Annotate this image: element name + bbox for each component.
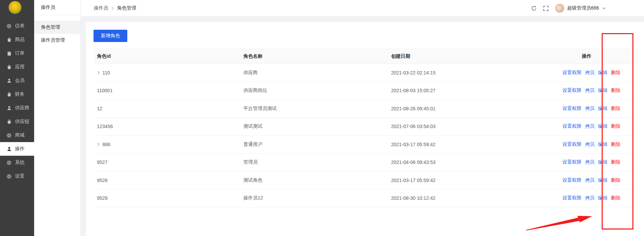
role-name-cell: 测试角色 bbox=[241, 177, 388, 183]
role-name-cell: 操作员12 bbox=[241, 195, 388, 201]
sidebar-item-label: 供应商 bbox=[15, 105, 29, 111]
action-copy[interactable]: 拷贝 bbox=[585, 87, 595, 93]
action-delete[interactable]: 删除 bbox=[611, 141, 620, 147]
sidebar-item-operation[interactable]: 操作 bbox=[0, 142, 34, 156]
action-edit[interactable]: 编辑 bbox=[598, 123, 607, 129]
action-edit[interactable]: 编辑 bbox=[598, 159, 607, 165]
role-id-cell: 888 bbox=[102, 142, 110, 147]
action-copy[interactable]: 拷贝 bbox=[585, 123, 595, 129]
action-delete[interactable]: 删除 bbox=[611, 70, 620, 75]
submenu-item-operator-management[interactable]: 操作员管理 bbox=[34, 34, 81, 47]
column-header-created-date: 创建日期 bbox=[388, 53, 535, 59]
role-id-cell: 12 bbox=[97, 106, 102, 111]
action-delete[interactable]: 删除 bbox=[611, 177, 620, 183]
add-role-button[interactable]: 新增角色 bbox=[94, 30, 127, 42]
user-menu[interactable]: 超级管理员666 bbox=[555, 3, 606, 13]
row-actions: 设置权限拷贝编辑删除 bbox=[535, 106, 638, 112]
sidebar-item-label: 订单 bbox=[15, 50, 25, 56]
action-set-permissions[interactable]: 设置权限 bbox=[562, 141, 582, 147]
created-date-cell: 2021-08-30 10:12:42 bbox=[388, 195, 535, 201]
action-copy[interactable]: 拷贝 bbox=[585, 195, 595, 200]
sidebar-item-supplier[interactable]: 供应商 bbox=[0, 101, 34, 115]
action-edit[interactable]: 编辑 bbox=[598, 87, 607, 93]
row-actions: 设置权限拷贝编辑删除 bbox=[535, 195, 638, 201]
sidebar-item-apps[interactable]: 应用 bbox=[0, 60, 34, 74]
action-set-permissions[interactable]: 设置权限 bbox=[562, 106, 582, 111]
action-edit[interactable]: 编辑 bbox=[598, 177, 607, 183]
roles-table: 角色id 角色名称 创建日期 操作 110 供应商 2021-03-22 02:… bbox=[94, 48, 638, 207]
row-actions: 设置权限拷贝编辑删除 bbox=[535, 87, 638, 94]
top-header: 操作员 角色管理 超级管理员666 bbox=[81, 0, 644, 16]
action-edit[interactable]: 编辑 bbox=[598, 106, 607, 111]
table-header-row: 角色id 角色名称 创建日期 操作 bbox=[94, 48, 638, 64]
created-date-cell: 2021-04-06 09:43:53 bbox=[388, 159, 535, 165]
refresh-icon[interactable] bbox=[531, 5, 537, 11]
sidebar-item-finance[interactable]: 财务 bbox=[0, 87, 34, 101]
column-header-actions: 操作 bbox=[535, 53, 638, 59]
bag-icon bbox=[6, 37, 12, 42]
action-delete[interactable]: 删除 bbox=[611, 87, 620, 93]
action-delete[interactable]: 删除 bbox=[611, 159, 620, 165]
action-edit[interactable]: 编辑 bbox=[598, 70, 607, 75]
sidebar-item-orders[interactable]: 订单 bbox=[0, 46, 34, 60]
action-edit[interactable]: 编辑 bbox=[598, 141, 607, 147]
action-set-permissions[interactable]: 设置权限 bbox=[562, 195, 582, 200]
sidebar-item-label: 应用 bbox=[15, 64, 25, 70]
role-id-cell: 110001 bbox=[97, 88, 113, 93]
created-date-cell: 2021-03-22 02:14:15 bbox=[388, 70, 535, 75]
action-set-permissions[interactable]: 设置权限 bbox=[562, 177, 582, 183]
row-actions: 设置权限拷贝编辑删除 bbox=[535, 123, 638, 129]
action-delete[interactable]: 删除 bbox=[611, 123, 620, 129]
user-avatar bbox=[555, 3, 564, 13]
submenu-item-label: 角色管理 bbox=[41, 24, 60, 30]
expand-chevron-icon[interactable] bbox=[97, 142, 102, 146]
action-copy[interactable]: 拷贝 bbox=[585, 141, 595, 147]
action-copy[interactable]: 拷贝 bbox=[585, 106, 595, 111]
action-copy[interactable]: 拷贝 bbox=[585, 177, 595, 183]
sidebar-item-supply-chain[interactable]: 供应链 bbox=[0, 115, 34, 128]
table-row: 123456 测试测试 2021-07-06 03:54:03 设置权限拷贝编辑… bbox=[94, 118, 638, 136]
expand-chevron-icon[interactable] bbox=[97, 71, 102, 74]
role-id-cell: 9529 bbox=[97, 195, 108, 201]
primary-nav: 仪表 商品 订单 应用 会员 财务 供应商 供应链 商城 操作 系统 设置 bbox=[0, 19, 34, 183]
created-date-cell: 2021-08-03 15:05:27 bbox=[388, 88, 535, 93]
action-set-permissions[interactable]: 设置权限 bbox=[562, 123, 582, 129]
table-body: 110 供应商 2021-03-22 02:14:15 设置权限拷贝编辑删除 1… bbox=[94, 64, 638, 207]
row-actions: 设置权限拷贝编辑删除 bbox=[535, 141, 638, 148]
sidebar-item-system[interactable]: 系统 bbox=[0, 156, 34, 169]
action-copy[interactable]: 拷贝 bbox=[585, 159, 595, 165]
table-row: 12 平台管理员测试 2021-08-26 09:45:01 设置权限拷贝编辑删… bbox=[94, 100, 638, 118]
sidebar-item-label: 供应链 bbox=[15, 119, 29, 125]
role-id-cell: 9527 bbox=[97, 159, 108, 165]
fullscreen-icon[interactable] bbox=[543, 5, 549, 11]
sidebar-item-members[interactable]: 会员 bbox=[0, 74, 34, 87]
sidebar-item-label: 商品 bbox=[15, 37, 25, 43]
created-date-cell: 2021-08-26 09:45:01 bbox=[388, 106, 535, 111]
sidebar-item-label: 操作 bbox=[15, 146, 25, 152]
action-set-permissions[interactable]: 设置权限 bbox=[562, 159, 582, 165]
sidebar-item-settings[interactable]: 设置 bbox=[0, 169, 34, 183]
role-name-cell: 供应商 bbox=[241, 70, 388, 76]
row-actions: 设置权限拷贝编辑删除 bbox=[535, 159, 638, 165]
sidebar-item-goods[interactable]: 商品 bbox=[0, 33, 34, 46]
submenu-item-role-management[interactable]: 角色管理 bbox=[34, 21, 81, 34]
table-row: 9527 管理员 2021-04-06 09:43:53 设置权限拷贝编辑删除 bbox=[94, 154, 638, 172]
breadcrumb-parent[interactable]: 操作员 bbox=[94, 5, 108, 11]
sidebar-item-label: 设置 bbox=[15, 173, 25, 179]
sidebar-item-dashboard[interactable]: 仪表 bbox=[0, 19, 34, 33]
breadcrumb-current: 角色管理 bbox=[117, 5, 136, 11]
person-icon bbox=[6, 147, 12, 152]
role-id-cell: 110 bbox=[102, 70, 110, 75]
action-set-permissions[interactable]: 设置权限 bbox=[562, 87, 582, 93]
action-delete[interactable]: 删除 bbox=[611, 106, 620, 111]
app-logo[interactable] bbox=[8, 1, 22, 14]
clipboard-icon bbox=[6, 51, 12, 56]
column-header-role-name: 角色名称 bbox=[241, 53, 388, 59]
action-set-permissions[interactable]: 设置权限 bbox=[562, 70, 582, 75]
action-edit[interactable]: 编辑 bbox=[598, 195, 607, 200]
gear-icon bbox=[6, 160, 12, 165]
action-delete[interactable]: 删除 bbox=[611, 195, 620, 200]
action-copy[interactable]: 拷贝 bbox=[585, 70, 595, 75]
sidebar-item-mall[interactable]: 商城 bbox=[0, 128, 34, 142]
role-name-cell: 平台管理员测试 bbox=[241, 106, 388, 112]
